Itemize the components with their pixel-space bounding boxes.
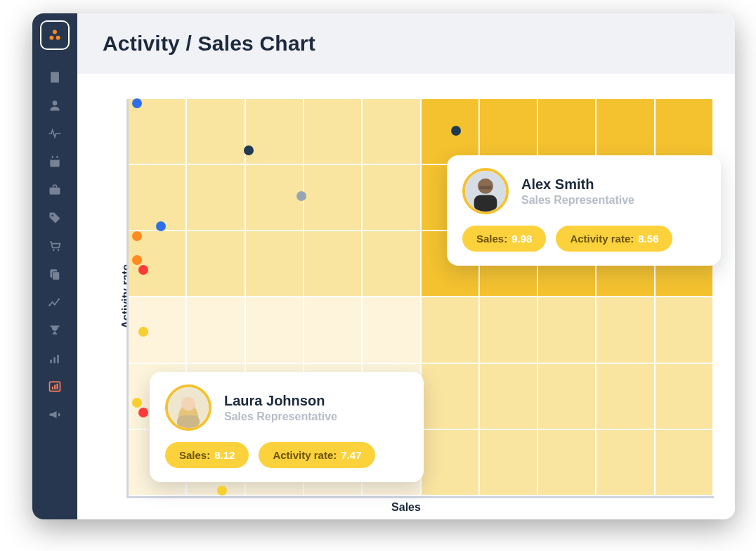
tag-icon[interactable] bbox=[47, 210, 63, 226]
data-point[interactable] bbox=[451, 126, 461, 136]
tooltip-name: Alex Smith bbox=[521, 176, 634, 193]
svg-rect-5 bbox=[50, 157, 59, 160]
pulse-icon[interactable] bbox=[47, 126, 63, 141]
svg-point-9 bbox=[51, 214, 53, 216]
sales-pill-value: 8.12 bbox=[214, 449, 235, 461]
megaphone-icon[interactable] bbox=[47, 407, 63, 422]
svg-rect-13 bbox=[53, 272, 60, 280]
svg-rect-23 bbox=[54, 385, 56, 390]
main-panel: Activity / Sales Chart Activity rate Sal… bbox=[77, 13, 735, 519]
svg-rect-7 bbox=[57, 156, 58, 158]
svg-point-1 bbox=[49, 36, 53, 40]
data-point[interactable] bbox=[217, 486, 227, 495]
x-axis-label: Sales bbox=[391, 501, 421, 514]
avatar bbox=[462, 168, 509, 214]
page-header: Activity / Sales Chart bbox=[77, 13, 735, 74]
svg-rect-19 bbox=[53, 357, 56, 363]
tooltip-card-alex[interactable]: Alex Smith Sales Representative Sales: 9… bbox=[447, 155, 721, 266]
scatter-plot[interactable]: Alex Smith Sales Representative Sales: 9… bbox=[126, 99, 714, 498]
svg-rect-27 bbox=[474, 195, 497, 212]
tooltip-name: Laura Johnson bbox=[224, 393, 337, 409]
chart-area: Activity rate Sales Alex Smith Sales Rep… bbox=[77, 74, 735, 519]
svg-rect-20 bbox=[57, 355, 59, 363]
bar-chart-icon[interactable] bbox=[47, 351, 63, 366]
tooltip-card-laura[interactable]: Laura Johnson Sales Representative Sales… bbox=[150, 372, 424, 482]
svg-point-3 bbox=[53, 101, 58, 105]
avatar bbox=[165, 384, 211, 431]
data-point[interactable] bbox=[132, 398, 142, 408]
page-title: Activity / Sales Chart bbox=[103, 32, 710, 56]
user-icon[interactable] bbox=[47, 98, 63, 113]
sales-pill-label: Sales: bbox=[476, 233, 507, 245]
copy-icon[interactable] bbox=[47, 266, 63, 282]
svg-rect-6 bbox=[52, 156, 53, 158]
data-point[interactable] bbox=[132, 255, 142, 265]
svg-point-10 bbox=[53, 249, 55, 252]
data-point[interactable] bbox=[156, 221, 166, 231]
sales-pill-value: 9.98 bbox=[511, 233, 532, 245]
data-point[interactable] bbox=[296, 191, 306, 201]
sales-pill: Sales: 9.98 bbox=[462, 226, 546, 252]
data-point[interactable] bbox=[138, 327, 148, 337]
svg-point-17 bbox=[58, 299, 60, 301]
svg-point-30 bbox=[181, 397, 195, 411]
trophy-icon[interactable] bbox=[47, 323, 63, 338]
activity-pill-value: 7.47 bbox=[341, 449, 361, 461]
svg-rect-24 bbox=[57, 384, 58, 389]
sales-pill-label: Sales: bbox=[179, 449, 210, 461]
svg-point-11 bbox=[58, 249, 60, 252]
svg-rect-28 bbox=[479, 186, 492, 190]
sales-pill: Sales: 8.12 bbox=[165, 442, 249, 468]
tooltip-role: Sales Representative bbox=[521, 194, 634, 207]
activity-pill: Activity rate: 7.47 bbox=[259, 442, 375, 468]
briefcase-icon[interactable] bbox=[47, 182, 63, 197]
stats-icon[interactable] bbox=[47, 379, 63, 394]
svg-rect-18 bbox=[50, 360, 52, 363]
tooltip-role: Sales Representative bbox=[224, 410, 337, 423]
svg-rect-22 bbox=[52, 387, 53, 389]
trend-icon[interactable] bbox=[47, 294, 63, 310]
svg-point-14 bbox=[48, 304, 51, 306]
activity-pill: Activity rate: 8.56 bbox=[556, 226, 672, 252]
data-point[interactable] bbox=[138, 408, 148, 417]
data-point[interactable] bbox=[138, 265, 148, 275]
activity-pill-label: Activity rate: bbox=[273, 449, 337, 461]
cart-icon[interactable] bbox=[47, 238, 63, 254]
svg-point-16 bbox=[54, 304, 56, 306]
building-icon[interactable] bbox=[47, 70, 63, 85]
svg-point-0 bbox=[53, 30, 57, 34]
app-logo[interactable] bbox=[40, 20, 70, 50]
sidebar bbox=[32, 13, 77, 519]
data-point[interactable] bbox=[132, 98, 142, 108]
activity-pill-value: 8.56 bbox=[638, 233, 658, 245]
svg-rect-31 bbox=[177, 415, 200, 428]
app-window: Activity / Sales Chart Activity rate Sal… bbox=[32, 13, 735, 519]
svg-point-2 bbox=[56, 36, 60, 40]
data-point[interactable] bbox=[132, 231, 142, 241]
svg-rect-8 bbox=[50, 188, 60, 195]
svg-point-15 bbox=[51, 302, 53, 304]
data-point[interactable] bbox=[244, 145, 254, 155]
calendar-icon[interactable] bbox=[47, 154, 63, 169]
activity-pill-label: Activity rate: bbox=[570, 233, 634, 245]
